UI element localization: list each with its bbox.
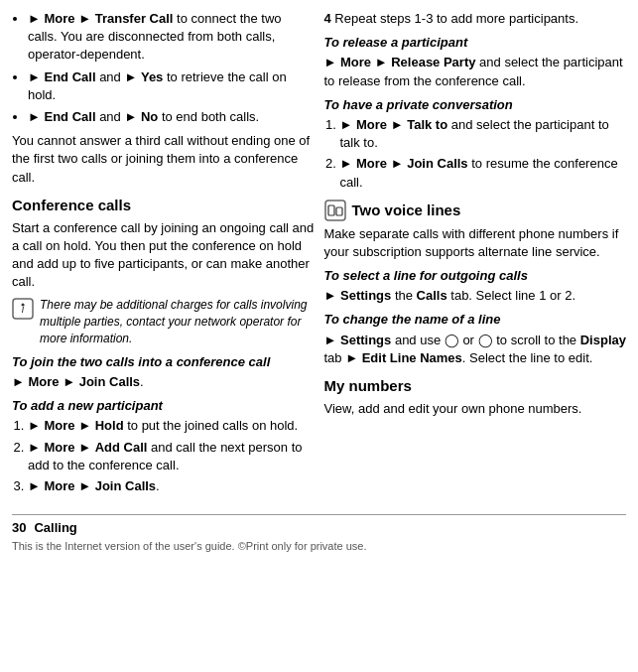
arrow-icon: ► <box>28 69 41 84</box>
list-item: ► More ► Join Calls. <box>28 477 315 495</box>
svg-rect-5 <box>336 207 342 215</box>
add-participant-steps: ► More ► Hold to put the joined calls on… <box>12 417 315 495</box>
footer-row: 30 Calling <box>12 519 77 537</box>
more-label: More <box>45 11 75 26</box>
step4-num: 4 <box>324 11 331 26</box>
list-item: ► More ► Talk to and select the particip… <box>340 116 627 152</box>
arrow-icon: ► <box>78 418 91 433</box>
step4-text: 4 Repeat steps 1-3 to add more participa… <box>324 10 627 28</box>
list-item: ► More ► Add Call and call the next pers… <box>28 439 315 474</box>
join-step: ► More ► Join Calls. <box>12 373 315 391</box>
footer-section-label: Calling <box>34 519 76 537</box>
arrow-icon: ► <box>28 478 41 493</box>
arrow-icon: ► <box>28 440 41 455</box>
settings-label2: Settings <box>340 333 391 347</box>
change-name-step: ► Settings and use ◯ or ◯ to scroll to t… <box>324 332 627 367</box>
change-name-subheading: To change the name of a line <box>324 311 627 329</box>
arrow-icon: ► <box>63 374 75 389</box>
talk-to-label: Talk to <box>407 117 447 132</box>
calls-tab-label: Calls <box>417 288 447 303</box>
no-answer-text: You cannot answer a third call without e… <box>12 132 315 187</box>
display-label: Display <box>580 333 626 347</box>
no-label: No <box>141 109 158 124</box>
my-numbers-heading: My numbers <box>324 375 627 396</box>
list-item: ► End Call and ► Yes to retrieve the cal… <box>28 68 315 104</box>
yes-label: Yes <box>141 69 163 84</box>
left-column: ► More ► Transfer Call to connect the tw… <box>12 10 315 500</box>
more-label: More <box>356 156 387 171</box>
arrow-icon: ► <box>391 156 404 171</box>
footer: 30 Calling <box>12 514 626 537</box>
arrow-icon: ► <box>28 109 41 124</box>
select-line-step: ► Settings the Calls tab. Select line 1 … <box>324 287 627 305</box>
more-label: More <box>340 55 371 69</box>
arrow-icon: ► <box>78 478 91 493</box>
join-calls-label3: Join Calls <box>407 156 467 171</box>
arrow-icon: ► <box>375 55 388 69</box>
top-bullet-list: ► More ► Transfer Call to connect the tw… <box>12 10 315 126</box>
add-call-label: Add Call <box>95 440 148 455</box>
arrow-icon: ► <box>324 333 337 347</box>
join-subheading: To join the two calls into a conference … <box>12 353 315 371</box>
arrow-icon: ► <box>324 288 337 303</box>
svg-point-2 <box>22 304 25 307</box>
two-voice-lines-heading: Two voice lines <box>352 200 461 220</box>
edit-line-names-label: Edit Line Names <box>362 350 462 365</box>
private-steps: ► More ► Talk to and select the particip… <box>324 116 627 192</box>
svg-rect-4 <box>328 205 334 215</box>
note-text: There may be additional charges for call… <box>40 297 315 346</box>
join-calls-label: Join Calls <box>79 374 140 389</box>
list-item: ► More ► Transfer Call to connect the tw… <box>28 10 315 65</box>
more-label: More <box>45 418 75 433</box>
arrow-icon: ► <box>345 350 358 365</box>
arrow-icon: ► <box>124 109 137 124</box>
end-call-label2: End Call <box>45 109 96 124</box>
arrow-icon2: ► <box>78 11 91 26</box>
more-label: More <box>45 440 75 455</box>
two-voice-icon <box>324 200 346 221</box>
end-call-label: End Call <box>45 69 96 84</box>
select-line-subheading: To select a line for outgoing calls <box>324 267 627 285</box>
list-item: ► End Call and ► No to end both calls. <box>28 108 315 126</box>
arrow-icon: ► <box>124 69 137 84</box>
add-participant-subheading: To add a new participant <box>12 397 315 415</box>
hold-label: Hold <box>95 418 124 433</box>
more-label: More <box>29 374 60 389</box>
arrow-icon: ► <box>28 11 41 26</box>
more-label: More <box>356 117 387 132</box>
arrow-icon: ► <box>340 117 353 132</box>
private-subheading: To have a private conversation <box>324 96 627 114</box>
my-numbers-text: View, add and edit your own phone number… <box>324 400 627 418</box>
arrow-icon: ► <box>78 440 91 455</box>
transfer-call-label: Transfer Call <box>95 11 174 26</box>
arrow-icon: ► <box>324 55 337 69</box>
footer-note: This is the Internet version of the user… <box>12 539 626 554</box>
conference-intro: Start a conference call by joining an on… <box>12 219 315 292</box>
two-voice-heading-container: Two voice lines <box>324 200 627 221</box>
arrow-icon: ► <box>340 156 353 171</box>
release-step: ► More ► Release Party and select the pa… <box>324 54 627 89</box>
two-voice-intro: Make separate calls with different phone… <box>324 225 627 261</box>
settings-label: Settings <box>340 288 391 303</box>
arrow-icon: ► <box>391 117 404 132</box>
right-column: 4 Repeat steps 1-3 to add more participa… <box>324 10 627 500</box>
join-calls-label2: Join Calls <box>95 478 156 493</box>
arrow-icon: ► <box>12 374 25 389</box>
arrow-icon: ► <box>28 418 41 433</box>
more-label: More <box>45 478 75 493</box>
list-item: ► More ► Join Calls to resume the confer… <box>340 155 627 191</box>
list-item: ► More ► Hold to put the joined calls on… <box>28 417 315 435</box>
footer-page-number: 30 <box>12 519 26 537</box>
conference-calls-heading: Conference calls <box>12 195 315 215</box>
note-box: i There may be additional charges for ca… <box>12 297 315 346</box>
release-party-label: Release Party <box>391 55 475 69</box>
release-subheading: To release a participant <box>324 34 627 52</box>
note-icon: i <box>12 298 34 320</box>
